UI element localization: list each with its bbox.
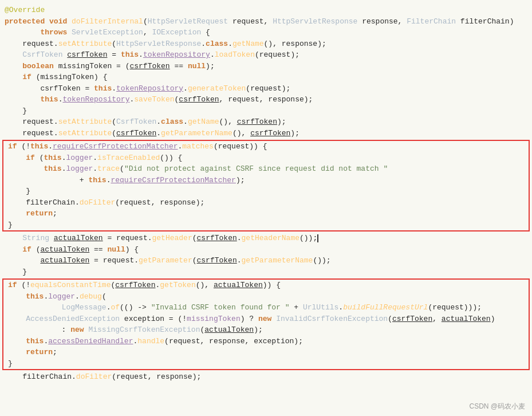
code-line-3: throws ServletException, IOException {: [0, 27, 532, 38]
code-line-22: if (actualToken == null) {: [0, 244, 532, 256]
red-box-1: if (!this.requireCsrfProtectionMatcher.m…: [2, 140, 530, 231]
code-line-9: this.tokenRepository.saveToken(csrfToken…: [0, 94, 532, 105]
code-line-21: String actualToken = request.getHeader(c…: [0, 233, 532, 244]
watermark: CSDN @码农小麦: [469, 401, 525, 411]
code-line-12: request.setAttribute(csrfToken.getParame…: [0, 128, 532, 139]
code-line-1: @Override: [0, 5, 532, 16]
code-line-8: csrfToken = this.tokenRepository.generat…: [0, 83, 532, 95]
code-container: @Override protected void doFilterInterna…: [0, 0, 532, 416]
code-line-2: protected void doFilterInternal(HttpServ…: [0, 16, 532, 28]
code-line-6: boolean missingToken = (csrfToken == nul…: [0, 61, 532, 72]
code-line-5: CsrfToken csrfToken = this.tokenReposito…: [0, 49, 532, 61]
code-line-19: return;: [3, 208, 529, 219]
code-line-27: LogMessage.of(() -> "Invalid CSRF token …: [3, 302, 529, 313]
code-block: @Override protected void doFilterInterna…: [0, 5, 532, 383]
code-line-24: }: [0, 266, 532, 278]
code-line-13: if (!this.requireCsrfProtectionMatcher.m…: [3, 141, 529, 152]
red-box-2: if (!equalsConstantTime(csrfToken.getTok…: [2, 278, 530, 370]
code-line-29: : new MissingCsrfTokenException(actualTo…: [3, 324, 529, 336]
annotation-override: @Override: [5, 6, 45, 14]
code-line-31: return;: [3, 347, 529, 358]
code-line-32: }: [3, 358, 529, 370]
code-line-15: this.logger.trace("Did not protect again…: [3, 163, 529, 175]
code-line-30: this.accessDeniedHandler.handle(request,…: [3, 336, 529, 347]
code-line-17: }: [3, 186, 529, 197]
code-line-28: AccessDeniedException exception = (!miss…: [3, 313, 529, 325]
code-line-10: }: [0, 105, 532, 117]
code-line-4: request.setAttribute(HttpServletResponse…: [0, 38, 532, 50]
code-line-33: filterChain.doFilter(request, response);: [0, 371, 532, 383]
code-line-26: this.logger.debug(: [3, 291, 529, 303]
code-line-18: filterChain.doFilter(request, response);: [3, 197, 529, 209]
code-line-16: + this.requireCsrfProtectionMatcher);: [3, 175, 529, 186]
code-line-7: if (missingToken) {: [0, 72, 532, 83]
code-line-23: actualToken = request.getParameter(csrfT…: [0, 255, 532, 266]
code-line-11: request.setAttribute(CsrfToken.class.get…: [0, 116, 532, 128]
code-line-20: }: [3, 219, 529, 231]
code-line-14: if (this.logger.isTraceEnabled()) {: [3, 152, 529, 164]
code-line-25: if (!equalsConstantTime(csrfToken.getTok…: [3, 280, 529, 291]
